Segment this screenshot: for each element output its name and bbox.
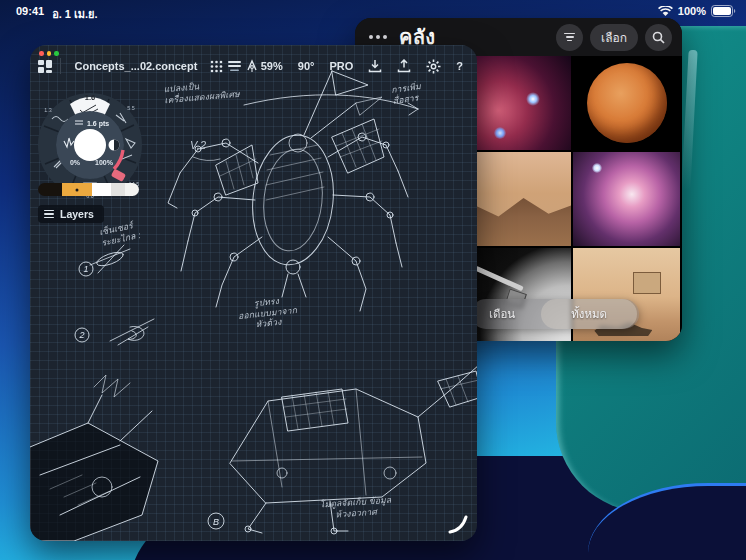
color-swatch-black[interactable]: [38, 183, 62, 196]
export-icon[interactable]: [397, 59, 411, 73]
window-options-icon[interactable]: [369, 35, 387, 39]
date: อ. 1 เม.ย.: [52, 5, 97, 23]
document-title: Concepts_...02.concept: [74, 60, 197, 72]
opacity-max-label: 100%: [95, 159, 114, 166]
maximize-icon[interactable]: [54, 51, 59, 56]
color-swatch-offwhite[interactable]: [125, 183, 139, 196]
size-airbrush: 5.5: [127, 105, 135, 111]
concepts-window: Concepts_...02.concept: [30, 45, 477, 541]
annotation-version: V.2: [190, 139, 206, 153]
photo-thumbnail-orion-nebula[interactable]: [573, 152, 680, 246]
library-view-segment: เดือน ทั้งหมด: [471, 299, 639, 329]
annotation-sensors: เซ็นเซอร์ ระยะไกล :: [98, 219, 141, 248]
opacity-min-label: 0%: [70, 159, 81, 166]
search-icon: [652, 31, 665, 44]
tab-months[interactable]: เดือน: [489, 305, 515, 323]
color-swatch-orange-selected[interactable]: [62, 183, 92, 196]
import-icon[interactable]: [368, 59, 382, 73]
annotation-beetle-shape: รูปทรง ออกแบบมาจาก หัวด้วง: [236, 294, 298, 332]
settings-gear-icon[interactable]: [426, 59, 441, 74]
selected-size-label: 1.6: [85, 93, 95, 102]
grid-dots-icon: [210, 60, 223, 73]
size-soft-pencil: 1.3: [44, 107, 52, 113]
selected-color-dot: [76, 188, 79, 191]
select-button[interactable]: เลือก: [590, 24, 638, 51]
layers-label: Layers: [60, 208, 94, 220]
tab-all-photos[interactable]: ทั้งหมด: [541, 299, 637, 329]
hamburger-icon: [44, 210, 54, 219]
zoom-level[interactable]: 59%: [261, 60, 283, 72]
precision-grid-button[interactable]: [207, 56, 225, 76]
sketch-marker-1: 1: [83, 264, 88, 274]
color-palette: [38, 183, 139, 196]
shape-guides-button[interactable]: [243, 56, 261, 76]
gallery-icon: [38, 60, 52, 73]
pen-nib-icon: [245, 59, 259, 73]
rotation-value[interactable]: 90°: [298, 60, 315, 72]
window-resize-handle[interactable]: [447, 513, 469, 535]
stroke-size-readout: 1.6 pts: [87, 120, 109, 128]
photo-thumbnail-desert-mountains[interactable]: [464, 152, 571, 246]
annotation-storage-module: โมดูลจัดเก็บ ข้อมูล ห้วงอวกาศ: [319, 495, 392, 521]
layers-panel-button[interactable]: [225, 56, 243, 76]
annotation-transform: แปลงเป็น เครื่องแสดงผลพิเศษ: [163, 78, 240, 106]
color-swatch-lightgray[interactable]: [111, 183, 125, 196]
photo-thumbnail-horsehead-nebula[interactable]: [464, 56, 571, 150]
help-button[interactable]: ?: [456, 60, 463, 72]
satellite-arm: [474, 266, 524, 292]
color-swatch-white[interactable]: [92, 183, 111, 196]
ipad-screen: 09:41 อ. 1 เม.ย. 100% คลัง: [0, 0, 746, 560]
filter-button[interactable]: [556, 24, 583, 51]
clock: 09:41: [16, 5, 44, 23]
close-icon[interactable]: [39, 51, 44, 56]
divider: [60, 58, 61, 74]
gallery-button[interactable]: [36, 56, 54, 76]
search-button[interactable]: [645, 24, 672, 51]
wifi-icon: [658, 6, 673, 17]
photo-thumbnail-mars[interactable]: [573, 56, 680, 150]
layers-button[interactable]: Layers: [38, 205, 104, 223]
battery-percent: 100%: [678, 5, 706, 17]
tool-wheel-center[interactable]: [74, 129, 106, 161]
pro-badge[interactable]: PRO: [329, 60, 353, 72]
layers-icon: [227, 60, 242, 73]
window-controls[interactable]: [39, 51, 59, 56]
concepts-toolbar: Concepts_...02.concept: [30, 53, 477, 79]
minimize-icon[interactable]: [47, 51, 52, 56]
sketch-marker-b: B: [213, 517, 219, 527]
sketch-marker-2: 2: [78, 330, 84, 340]
annotation-comms: การเพิ่ม สื่อสาร: [391, 81, 423, 106]
filter-icon: [564, 33, 575, 42]
battery-icon: [711, 5, 736, 17]
